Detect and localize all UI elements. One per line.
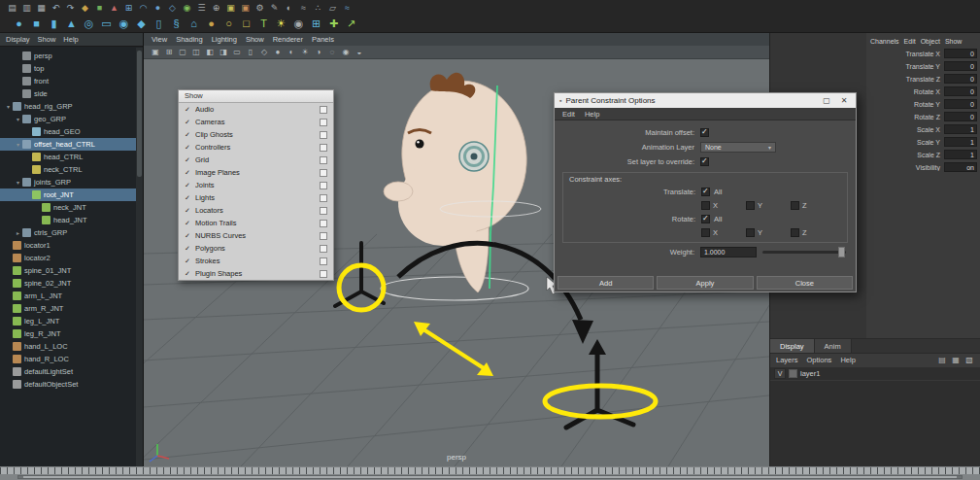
outliner-item-offset-head-ctrl[interactable]: ▾offset_head_CTRL xyxy=(0,138,136,151)
wireframe-icon[interactable]: ◇ xyxy=(258,48,270,56)
ipr-render-icon[interactable]: ▣ xyxy=(239,4,252,13)
redo-icon[interactable]: ↷ xyxy=(64,4,77,13)
snap-grid-icon[interactable]: ⊞ xyxy=(122,4,135,13)
outliner-menu-display[interactable]: Display xyxy=(6,35,30,44)
outliner-item-neck-ctrl[interactable]: neck_CTRL xyxy=(0,163,136,176)
outliner-item-head-geo[interactable]: head_GEO xyxy=(0,125,136,138)
input-connections-icon[interactable]: ☰ xyxy=(195,4,208,13)
show-menu-item-checkbox[interactable] xyxy=(320,232,327,240)
shaded-icon[interactable]: ● xyxy=(272,48,284,56)
show-menu-item-nurbs-curves[interactable]: ✓NURBS Curves xyxy=(179,229,333,242)
construction-history-icon[interactable]: ⊕ xyxy=(210,4,222,13)
show-menu-title[interactable]: Show xyxy=(179,90,333,103)
fluids-icon[interactable]: ≈ xyxy=(341,4,354,13)
ik-handle-icon[interactable]: ↗ xyxy=(344,18,358,29)
maximize-icon[interactable]: ▢ xyxy=(820,96,833,105)
show-menu-item-joints[interactable]: ✓Joints xyxy=(179,179,333,191)
show-menu-item-checkbox[interactable] xyxy=(320,131,327,139)
channel-value-field[interactable]: 0 xyxy=(944,49,977,58)
translate-y-checkbox[interactable] xyxy=(746,201,755,210)
show-menu-item-plugin-shapes[interactable]: ✓Plugin Shapes xyxy=(179,267,333,280)
dialog-menu-edit[interactable]: Edit xyxy=(562,110,575,119)
outliner-item-leg-r-jnt[interactable]: leg_R_JNT xyxy=(0,327,136,340)
directional-light-icon[interactable]: ☀ xyxy=(274,18,288,29)
open-scene-icon[interactable]: ▥ xyxy=(20,4,33,13)
make-live-icon[interactable]: ◉ xyxy=(181,4,193,13)
exposure-icon[interactable]: ◒ xyxy=(354,48,365,56)
show-menu-item-image-planes[interactable]: ✓Image Planes xyxy=(179,166,333,179)
layer-row-layer1[interactable]: Vlayer1 xyxy=(770,367,980,381)
nurbs-square-icon[interactable]: □ xyxy=(239,18,253,29)
weight-slider-handle[interactable] xyxy=(838,247,845,257)
tab-anim[interactable]: Anim xyxy=(815,339,852,353)
show-menu-item-checkbox[interactable] xyxy=(320,194,327,202)
expand-arrow-icon[interactable]: ▾ xyxy=(4,103,13,110)
resolution-gate-icon[interactable]: ◫ xyxy=(190,48,202,56)
polygon-torus-icon[interactable]: ◎ xyxy=(82,18,96,29)
expand-arrow-icon[interactable]: ▾ xyxy=(14,179,22,186)
render-icon[interactable]: ▣ xyxy=(224,4,237,13)
sculpt-tool-icon[interactable]: ● xyxy=(204,18,219,29)
layer-menu-help[interactable]: Help xyxy=(840,356,855,364)
outliner-menu-help[interactable]: Help xyxy=(63,35,78,44)
channel-value-field[interactable]: 0 xyxy=(944,112,977,121)
show-menu-item-checkbox[interactable] xyxy=(320,182,327,189)
outliner-item-neck-jnt[interactable]: neck_JNT xyxy=(0,201,136,214)
film-gate-icon[interactable]: ▢ xyxy=(177,48,188,56)
maintain-offset-checkbox[interactable] xyxy=(700,128,709,137)
isolate-select-icon[interactable]: ◉ xyxy=(340,48,352,56)
outliner-item-defaultobjectset[interactable]: defaultObjectSet xyxy=(0,378,136,391)
polygon-helix-icon[interactable]: § xyxy=(169,18,184,29)
select-mask-hierarchy-icon[interactable]: ◆ xyxy=(79,4,91,13)
outliner-item-locator1[interactable]: locator1 xyxy=(0,239,136,252)
channel-value-field[interactable]: 0 xyxy=(944,74,977,84)
safe-title-icon[interactable]: ▯ xyxy=(245,48,256,56)
channel-value-field[interactable]: 0 xyxy=(944,99,977,109)
outliner-item-joints-grp[interactable]: ▾joints_GRP xyxy=(0,176,136,189)
show-menu-item-grid[interactable]: ✓Grid xyxy=(179,154,333,166)
undo-icon[interactable]: ↶ xyxy=(50,4,62,13)
close-icon[interactable]: ✕ xyxy=(837,96,851,105)
channel-value-field[interactable]: 1 xyxy=(944,137,977,147)
select-mask-object-icon[interactable]: ■ xyxy=(93,4,106,13)
layer-menu-options[interactable]: Options xyxy=(807,356,832,364)
polygon-prism-icon[interactable]: ⌂ xyxy=(186,18,201,29)
render-settings-icon[interactable]: ⚙ xyxy=(253,4,266,13)
viewport-menu-renderer[interactable]: Renderer xyxy=(273,35,303,44)
translate-z-checkbox[interactable] xyxy=(791,201,799,210)
viewport-menu-panels[interactable]: Panels xyxy=(312,35,334,44)
xray-icon[interactable]: ◌ xyxy=(326,48,338,56)
show-menu-item-motion-trails[interactable]: ✓Motion Trails xyxy=(179,217,333,229)
show-menu-item-checkbox[interactable] xyxy=(320,207,327,215)
polygon-pipe-icon[interactable]: ▯ xyxy=(152,18,166,29)
show-menu-item-cameras[interactable]: ✓Cameras xyxy=(179,116,333,128)
polygon-plane-icon[interactable]: ▭ xyxy=(99,18,114,29)
dialog-titlebar[interactable]: ▪ Parent Constraint Options ▢ ✕ xyxy=(555,93,856,108)
show-menu-item-checkbox[interactable] xyxy=(320,106,327,114)
channel-box-menu-edit[interactable]: Edit xyxy=(904,38,916,45)
channel-box-menu-object[interactable]: Object xyxy=(921,38,940,45)
snap-point-icon[interactable]: ● xyxy=(152,4,164,13)
expand-arrow-icon[interactable]: ▾ xyxy=(14,116,22,122)
lights-icon[interactable]: ☀ xyxy=(299,48,311,56)
outliner-item-hand-r-loc[interactable]: hand_R_LOC xyxy=(0,353,136,365)
rotate-z-checkbox[interactable] xyxy=(791,228,799,237)
outliner-item-head-ctrl[interactable]: head_CTRL xyxy=(0,151,136,163)
gate-mask-icon[interactable]: ◧ xyxy=(204,48,216,56)
paint-effects-icon[interactable]: ✎ xyxy=(268,4,281,13)
outliner-item-front[interactable]: front xyxy=(0,75,136,87)
outliner-item-ctrls-grp[interactable]: ▸ctrls_GRP xyxy=(0,226,136,239)
outliner-item-root-jnt[interactable]: root_JNT xyxy=(0,189,136,201)
layer-menu-layers[interactable]: Layers xyxy=(776,356,798,364)
outliner-item-arm-r-jnt[interactable]: arm_R_JNT xyxy=(0,302,136,315)
outliner-item-persp[interactable]: persp xyxy=(0,50,136,62)
layer-options-icon[interactable]: ▤ xyxy=(936,356,948,364)
outliner-item-side[interactable]: side xyxy=(0,87,136,100)
layer-visibility-toggle[interactable]: V xyxy=(774,368,786,379)
outliner-item-head-jnt[interactable]: head_JNT xyxy=(0,214,136,226)
new-empty-layer-icon[interactable]: ▦ xyxy=(950,356,962,364)
joint-tool-icon[interactable]: ✚ xyxy=(326,18,341,29)
channel-box-menu-show[interactable]: Show xyxy=(945,38,963,45)
expand-arrow-icon[interactable]: ▸ xyxy=(14,229,22,236)
nurbs-circle-icon[interactable]: ○ xyxy=(221,18,236,29)
